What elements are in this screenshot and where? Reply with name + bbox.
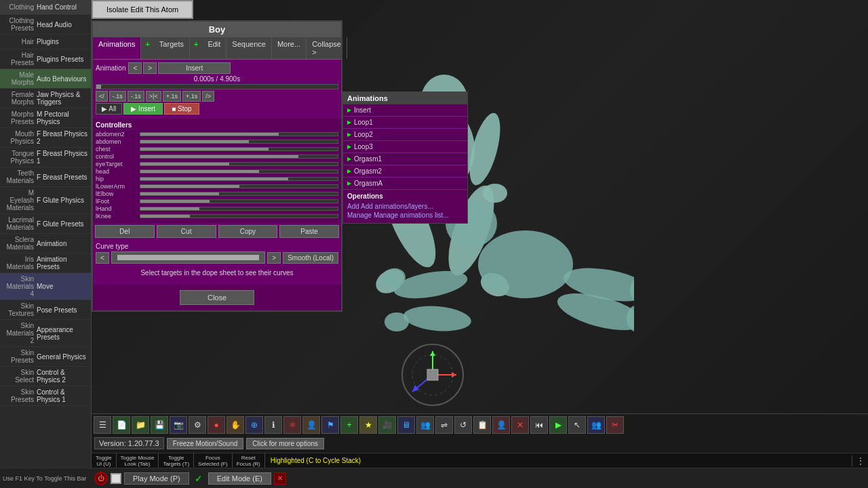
insert-button[interactable]: Insert [158,62,231,74]
ctrl-bar-container[interactable] [140,140,338,144]
sidebar-item-skinpresets-generalphys[interactable]: Skin Presets General Physics [0,347,91,367]
ctrl-bar-container[interactable] [140,199,338,203]
anim-item-orgasm1[interactable]: ▶ Orgasm1 [343,153,467,165]
dots-menu-btn[interactable]: ⋮ [852,455,868,466]
folder-icon[interactable]: 📁 [132,416,149,434]
all-btn[interactable]: ▶ All [96,103,122,115]
rewind-icon[interactable]: ⏮ [530,416,548,434]
group-icon[interactable]: 👥 [416,416,434,434]
cursor-icon[interactable]: ↖ [568,416,586,434]
freeze-motion-btn[interactable]: Freeze Motion/Sound [167,438,244,449]
isolate-edit-button[interactable]: Isolate Edit This Atom [92,0,193,19]
toggle-ui-shortcut[interactable]: Toggle UI (U) [92,453,117,468]
transport-back2[interactable]: -.1s [127,91,144,102]
atom-icon[interactable]: ⚛ [283,416,301,434]
sidebar-item-skinselect-ctrl2[interactable]: Skin Select Control & Physics 2 [0,367,91,386]
info-icon[interactable]: ℹ [264,416,282,434]
shuffle-icon[interactable]: ⇌ [435,416,453,434]
sidebar-item-clothing-presets-head[interactable]: Clothing Presets Head Audio [0,15,91,35]
paste-btn[interactable]: Paste [279,225,339,238]
person-icon[interactable]: 👤 [302,416,320,434]
transport-back1[interactable]: -.1s [109,91,126,102]
settings-icon[interactable]: ⚙ [189,416,206,434]
timeline-bar[interactable] [96,84,338,89]
ctrl-bar-container[interactable] [140,177,338,181]
sidebar-item-tongue-fbreast1[interactable]: Tongue Physics F Breast Physics 1 [0,148,91,167]
persons-icon[interactable]: 👥 [587,416,605,434]
stop-btn[interactable]: ■ Stop [164,103,199,115]
next-frame-btn[interactable]: > [143,62,157,74]
sidebar-item-skinpresets2-ctrl1[interactable]: Skin Presets Control & Physics 1 [0,386,91,406]
anim-item-loop2[interactable]: ▶ Loop2 [343,129,467,141]
close-mode-btn[interactable]: ✕ [274,472,286,485]
sidebar-item-lacrimal-fglutepresets[interactable]: Lacrimal Materials F Glute Presets [0,214,91,234]
x-icon[interactable]: ✕ [511,416,529,434]
transport-fwd2[interactable]: +.1s [182,91,201,102]
sidebar-item-clothing-hand[interactable]: Clothing Hand Control [0,0,91,15]
file-icon[interactable]: 📄 [113,416,130,434]
sidebar-item-skintex-posepresets[interactable]: Skin Textures Pose Presets [0,300,91,320]
anim-item-insert[interactable]: ▶ Insert [343,104,467,117]
ctrl-bar-container[interactable] [140,214,338,218]
smooth-btn[interactable]: Smooth (Local) [283,252,338,264]
tab-edit[interactable]: Edit [202,37,226,59]
more-options-btn[interactable]: Click for more options [246,438,324,449]
anim-item-orgasma[interactable]: ▶ OrgasmA [343,178,467,190]
record-icon[interactable]: ● [208,416,225,434]
del-btn[interactable]: Del [95,225,155,238]
add-animations-link[interactable]: Add Add animations/layers... [347,203,463,210]
anim-item-loop3[interactable]: ▶ Loop3 [343,141,467,153]
play-insert-btn[interactable]: ▶ Insert [123,103,163,115]
tab-sequence[interactable]: Sequence [226,37,272,59]
transport-start[interactable]: </ [96,91,108,102]
focus-selected-shortcut[interactable]: Focus Selected (F) [194,453,233,468]
screenshot-icon[interactable]: 📷 [170,416,187,434]
user-red-icon[interactable]: 👤 [492,416,510,434]
power-button[interactable]: ⏻ [94,472,108,485]
ctrl-bar-container[interactable] [140,184,338,188]
tab-collapse[interactable]: Collapse > [307,37,347,59]
transport-end[interactable]: /> [202,91,214,102]
sidebar-item-mouth-fbreast2[interactable]: Mouth Physics F Breast Physics 2 [0,128,91,148]
sidebar-item-skin2-appearance[interactable]: Skin Materials 2 Appearance Presets [0,320,91,347]
scissors-icon[interactable]: ✂ [606,416,624,434]
sidebar-item-morphspresets-mpect[interactable]: Morphs Presets M Pectoral Physics [0,108,91,128]
menu-icon[interactable]: ☰ [94,416,111,434]
sidebar-item-hairpresets-pluginspresets[interactable]: Hair Presets Plugins Presets [0,49,91,69]
ctrl-bar-container[interactable] [140,169,338,174]
sidebar-item-malemorphs-auto[interactable]: Male Morphs Auto Behaviours [0,69,91,89]
edit-mode-btn[interactable]: Edit Mode (E) [208,472,271,485]
ctrl-bar-container[interactable] [140,207,338,211]
hand-icon[interactable]: ✋ [226,416,244,434]
target-icon[interactable]: ⊕ [245,416,263,434]
tab-more[interactable]: More... [272,37,307,59]
monitor-icon[interactable]: 🖥 [397,416,415,434]
toggle-mouse-shortcut[interactable]: Toggle Mouse Look (Tab) [117,453,159,468]
ctrl-bar-container[interactable] [140,155,338,159]
tab-plus-anim[interactable]: + [141,37,153,59]
rotate-icon[interactable]: ↺ [454,416,472,434]
play-icon[interactable]: ▶ [549,416,567,434]
tab-animations[interactable]: Animations [93,37,141,59]
ctrl-bar-container[interactable] [140,132,338,136]
prev-frame-btn[interactable]: < [128,62,142,74]
manage-animations-link[interactable]: Manage Manage animations list... [347,211,463,219]
sidebar-item-skin4-move[interactable]: Skin Materials 4 Move [0,273,91,300]
reset-focus-shortcut[interactable]: Reset Focus (R) [233,453,265,468]
play-mode-btn[interactable]: Play Mode (P) [124,472,189,485]
flag-icon[interactable]: ⚑ [321,416,339,434]
sidebar-item-femalemorphs-jaw[interactable]: Female Morphs Jaw Physics & Triggers [0,89,91,108]
sidebar-item-meyelash-fglute[interactable]: M Eyelash Materials F Glute Physics [0,187,91,214]
anim-item-orgasm2[interactable]: ▶ Orgasm2 [343,165,467,178]
transport-center[interactable]: >|< [146,91,161,102]
close-btn[interactable]: Close [180,290,254,305]
anim-item-loop1[interactable]: ▶ Loop1 [343,117,467,129]
copy-btn[interactable]: Copy [218,225,278,238]
star-icon[interactable]: ★ [359,416,377,434]
sidebar-item-sclera-animation[interactable]: Sclera Materials Animation [0,234,91,253]
curve-prev-btn[interactable]: < [96,252,109,264]
tab-targets[interactable]: Targets [154,37,190,59]
play-mode-checkbox[interactable] [111,473,121,484]
plus-icon[interactable]: + [340,416,358,434]
ctrl-bar-container[interactable] [140,192,338,196]
